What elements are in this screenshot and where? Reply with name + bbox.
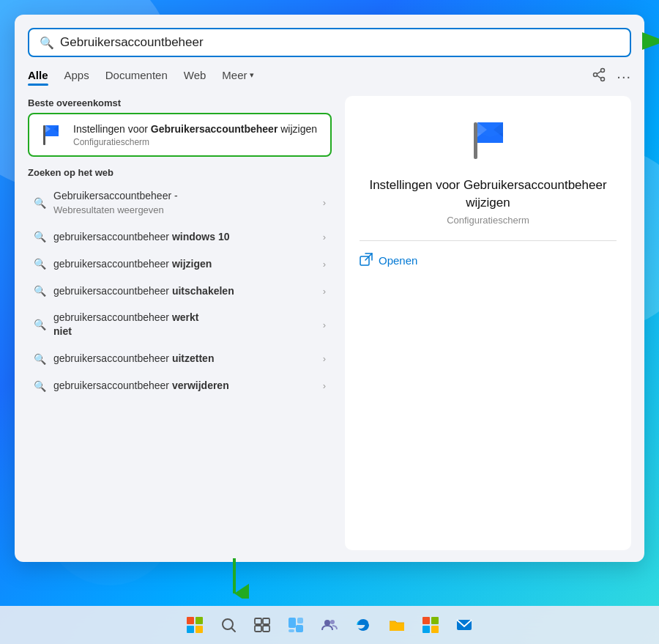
web-search-icon-6: 🔍 (34, 353, 46, 365)
right-panel: Instellingen voor Gebruikersaccountbehee… (345, 96, 631, 550)
web-search-icon-5: 🔍 (34, 319, 46, 330)
web-item-text-5: gebruikersaccountbeheer werktniet (53, 311, 316, 338)
arrow-down-annotation (220, 558, 249, 602)
svg-point-2 (601, 69, 605, 73)
chevron-right-icon-3: › (323, 259, 326, 270)
chevron-right-icon-1: › (323, 197, 326, 208)
meer-label: Meer (222, 69, 247, 81)
svg-rect-22 (296, 625, 303, 632)
web-item-5[interactable]: 🔍 gebruikersaccountbeheer werktniet › (28, 304, 332, 345)
best-match-icon (38, 122, 64, 148)
svg-rect-8 (474, 122, 477, 159)
web-item-1[interactable]: 🔍 Gebruikersaccountbeheer -Webresultaten… (28, 182, 332, 223)
svg-line-5 (597, 71, 602, 74)
main-content: Beste overeenkomst Instellingen voor Geb… (28, 96, 631, 550)
web-item-text-3: gebruikersaccountbeheer wijzigen (53, 257, 316, 271)
tab-web[interactable]: Web (184, 69, 206, 84)
taskbar-store[interactable] (416, 610, 445, 640)
svg-rect-19 (288, 618, 296, 628)
taskbar (0, 606, 659, 644)
taskbar-edge[interactable] (349, 610, 378, 640)
tab-documenten[interactable]: Documenten (105, 69, 168, 84)
tab-apps[interactable]: Apps (64, 69, 89, 84)
search-magnifier-icon: 🔍 (40, 36, 54, 50)
web-item-text-4: gebruikersaccountbeheer uitschakelen (53, 284, 316, 298)
web-search-icon-1: 🔍 (34, 197, 46, 209)
svg-rect-20 (297, 618, 303, 623)
chevron-right-icon-7: › (323, 380, 326, 391)
web-search-icon-4: 🔍 (34, 285, 46, 297)
taskbar-explorer[interactable] (382, 610, 412, 640)
taskbar-teams[interactable] (315, 610, 344, 640)
taskbar-search[interactable] (214, 610, 243, 640)
search-bar: 🔍 (28, 28, 631, 57)
taskbar-task-view[interactable] (247, 610, 277, 640)
best-match-title-label: Beste overeenkomst (28, 97, 332, 108)
search-panel: 🔍 Alle Apps Documenten Web Meer ▾ (15, 15, 644, 562)
best-match-item-subtitle: Configuratiescherm (73, 137, 321, 147)
open-button[interactable]: Openen (360, 253, 417, 269)
web-search-icon-7: 🔍 (34, 380, 46, 392)
web-search-icon-3: 🔍 (34, 258, 46, 270)
svg-line-14 (232, 629, 236, 632)
arrow-annotation (635, 31, 659, 54)
right-panel-icon (462, 114, 515, 166)
web-item-4[interactable]: 🔍 gebruikersaccountbeheer uitschakelen › (28, 278, 332, 305)
svg-rect-7 (43, 125, 45, 145)
svg-rect-16 (263, 618, 269, 624)
svg-point-24 (330, 620, 335, 624)
share-icon[interactable] (592, 67, 606, 86)
svg-rect-17 (255, 626, 261, 632)
svg-rect-21 (288, 629, 294, 632)
chevron-right-icon-4: › (323, 286, 326, 297)
svg-rect-15 (255, 618, 261, 624)
svg-point-23 (324, 620, 330, 626)
taskbar-windows-start[interactable] (180, 610, 209, 640)
taskbar-mail[interactable] (450, 610, 479, 640)
web-item-text-6: gebruikersaccountbeheer uitzetten (53, 352, 316, 366)
tab-meer[interactable]: Meer ▾ (222, 69, 253, 84)
open-external-icon (360, 253, 373, 269)
right-panel-divider (360, 240, 617, 241)
svg-point-3 (601, 78, 605, 81)
svg-point-4 (594, 73, 597, 77)
chevron-right-icon-5: › (323, 319, 326, 330)
more-options-icon[interactable]: ··· (617, 68, 631, 85)
svg-rect-18 (263, 626, 269, 632)
web-search-icon-2: 🔍 (34, 231, 46, 243)
chevron-right-icon-2: › (323, 232, 326, 243)
right-panel-title: Instellingen voor Gebruikersaccountbehee… (369, 177, 606, 212)
web-section-title: Zoeken op het web (28, 167, 332, 178)
web-item-text-7: gebruikersaccountbeheer verwijderen (53, 379, 316, 393)
web-item-7[interactable]: 🔍 gebruikersaccountbeheer verwijderen › (28, 372, 332, 399)
web-item-6[interactable]: 🔍 gebruikersaccountbeheer uitzetten › (28, 345, 332, 372)
best-match-item[interactable]: Instellingen voor Gebruikersaccountbehee… (28, 113, 332, 157)
best-match-text: Instellingen voor Gebruikersaccountbehee… (73, 122, 321, 147)
open-label: Openen (379, 254, 417, 267)
left-panel: Beste overeenkomst Instellingen voor Geb… (28, 96, 339, 550)
tab-alle[interactable]: Alle (28, 69, 48, 84)
web-item-3[interactable]: 🔍 gebruikersaccountbeheer wijzigen › (28, 251, 332, 278)
web-item-text-2: gebruikersaccountbeheer windows 10 (53, 230, 316, 244)
taskbar-widgets[interactable] (281, 610, 310, 640)
chevron-down-icon: ▾ (250, 70, 254, 80)
web-item-text-1: Gebruikersaccountbeheer -Webresultaten w… (53, 189, 316, 217)
web-search-list: 🔍 Gebruikersaccountbeheer -Webresultaten… (28, 182, 332, 399)
tabs-bar: Alle Apps Documenten Web Meer ▾ ··· (28, 67, 631, 86)
chevron-right-icon-6: › (323, 353, 326, 364)
right-panel-subtitle: Configuratiescherm (447, 215, 529, 226)
svg-line-6 (597, 75, 602, 78)
web-item-2[interactable]: 🔍 gebruikersaccountbeheer windows 10 › (28, 223, 332, 251)
search-input[interactable] (60, 35, 619, 50)
best-match-item-title: Instellingen voor Gebruikersaccountbehee… (73, 122, 321, 136)
